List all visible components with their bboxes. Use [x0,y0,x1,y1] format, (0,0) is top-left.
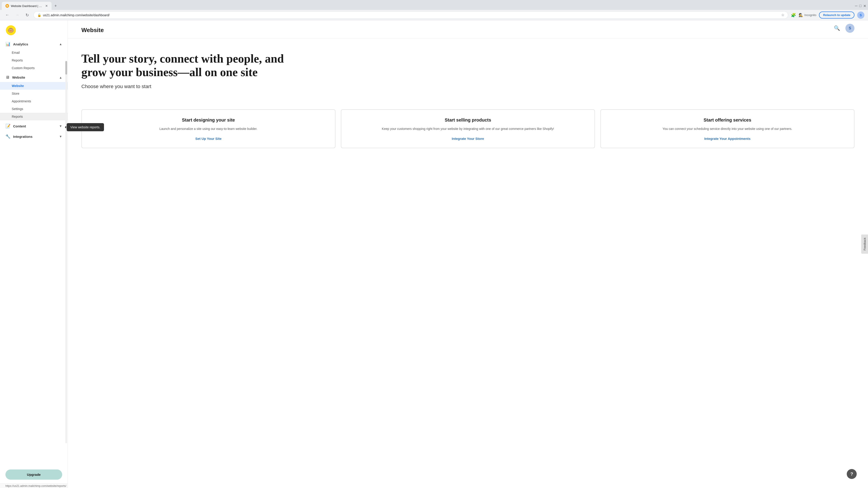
integrations-icon: 🔧 [5,134,10,139]
top-header-actions: 🔍 S [834,24,855,33]
status-url: https://us21.admin.mailchimp.com/website… [5,484,66,488]
card-services-title: Start offering services [704,117,751,123]
card-design-desc: Launch and personalize a site using our … [159,127,257,131]
analytics-section-header[interactable]: 📊 Analytics ▲ [0,39,68,49]
card-design-link[interactable]: Set Up Your Site [195,137,221,140]
sidebar-item-store[interactable]: Store [0,90,68,97]
card-design-title: Start designing your site [182,117,235,123]
tab-bar: M Website Dashboard | Mailchimp ✕ + ─ □ … [0,0,868,10]
maximize-button[interactable]: □ [859,4,862,8]
scrollbar-thumb[interactable] [65,61,67,74]
card-design-site: Start designing your site Launch and per… [81,109,336,148]
integrations-section-header[interactable]: 🔧 Integrations ▼ [0,132,68,141]
nav-section-analytics: 📊 Analytics ▲ Email Reports Custom Repor… [0,39,68,72]
card-sell-products: Start selling products Keep your custome… [341,109,595,148]
sidebar-item-email[interactable]: Email [0,49,68,57]
website-sub-label: Website [12,84,24,88]
incognito-indicator: 🕵️ Incognito [799,13,816,17]
nav-section-content: 📝 Content ▼ [0,121,68,131]
feedback-tab[interactable]: Feedback [861,234,868,254]
analytics-label: Analytics [13,42,56,46]
card-sell-title: Start selling products [445,117,491,123]
reload-button[interactable]: ↻ [24,11,31,19]
website-section-label: Website [12,75,56,79]
mailchimp-logo[interactable]: 🐵 [5,25,16,36]
extensions-icon[interactable]: 🧩 [791,13,796,18]
app-container: 🐵 📊 Analytics ▲ Email Reports [0,20,868,488]
content-label: Content [13,124,56,128]
status-bar: https://us21.admin.mailchimp.com/website… [0,483,68,488]
sidebar: 🐵 📊 Analytics ▲ Email Reports [0,20,68,488]
website-reports-label: Reports [12,115,23,119]
cards-container: Start designing your site Launch and per… [68,109,868,148]
content-chevron-icon: ▼ [59,124,62,128]
website-chevron-icon: ▲ [59,76,62,79]
profile-avatar[interactable]: S [857,11,864,19]
content-icon: 📝 [5,124,10,129]
website-icon: 🖥 [5,75,9,80]
custom-reports-label: Custom Reports [12,66,35,70]
card-services-link[interactable]: Integrate Your Appointments [704,137,751,140]
search-icon[interactable]: 🔍 [834,25,840,31]
close-button[interactable]: ✕ [863,4,866,8]
browser-chrome: M Website Dashboard | Mailchimp ✕ + ─ □ … [0,0,868,20]
sidebar-item-website-reports[interactable]: Reports [0,113,68,121]
analytics-icon: 📊 [5,41,10,46]
card-sell-desc: Keep your customers shopping right from … [382,127,554,131]
sidebar-item-settings[interactable]: Settings [0,105,68,113]
sidebar-header: 🐵 [0,20,68,39]
analytics-subitems: Email Reports Custom Reports [0,49,68,72]
appointments-label: Appointments [12,99,31,103]
minimize-button[interactable]: ─ [855,4,857,8]
card-offer-services: Start offering services You can connect … [600,109,855,148]
tab-close-button[interactable]: ✕ [45,4,48,8]
hero-title: Tell your story, connect with people, an… [81,52,285,79]
nav-section-integrations: 🔧 Integrations ▼ [0,132,68,141]
sidebar-item-appointments[interactable]: Appointments [0,97,68,105]
upgrade-button[interactable]: Upgrade [5,469,62,480]
settings-label: Settings [12,107,23,111]
card-services-desc: You can connect your scheduling service … [662,127,792,131]
hero-subtitle: Choose where you want to start [81,84,855,90]
hero-section: Tell your story, connect with people, an… [68,38,868,109]
integrations-chevron-icon: ▼ [59,135,62,138]
scrollbar-track [65,61,67,443]
tab-label: Website Dashboard | Mailchimp [11,4,42,8]
analytics-chevron-icon: ▲ [59,42,62,46]
user-avatar[interactable]: S [845,24,855,33]
incognito-label: Incognito [804,13,816,17]
upgrade-button-container: Upgrade [0,466,68,483]
website-subitems: Website Store Appointments Settings Repo… [0,82,68,121]
main-content: 🔍 S Website Tell your story, connect wit… [68,20,868,488]
new-tab-button[interactable]: + [53,3,59,9]
email-label: Email [12,51,20,55]
incognito-icon: 🕵️ [799,13,803,17]
reports-label: Reports [12,59,23,62]
relaunch-button[interactable]: Relaunch to update [819,11,855,19]
active-tab[interactable]: M Website Dashboard | Mailchimp ✕ [2,2,52,10]
page-header: Website [68,20,868,38]
help-button[interactable]: ? [847,469,857,479]
logo-emoji: 🐵 [7,27,14,33]
url-text: us21.admin.mailchimp.com/website/dashboa… [43,13,110,17]
website-section-header[interactable]: 🖥 Website ▲ [0,73,68,82]
sidebar-item-website[interactable]: Website [0,82,68,90]
sidebar-item-reports[interactable]: Reports [0,57,68,64]
card-sell-link[interactable]: Integrate Your Store [452,137,484,140]
logo-icon: 🐵 [6,25,16,35]
nav-section-website: 🖥 Website ▲ Website Store Appointments [0,73,68,121]
address-bar[interactable]: 🔒 us21.admin.mailchimp.com/website/dashb… [33,11,788,19]
page-title: Website [81,27,855,34]
sidebar-content: 📊 Analytics ▲ Email Reports Custom Repor… [0,39,68,466]
store-label: Store [12,92,19,95]
address-bar-row: ← → ↻ 🔒 us21.admin.mailchimp.com/website… [0,10,868,20]
back-button[interactable]: ← [4,11,11,19]
lock-icon: 🔒 [37,13,41,17]
forward-button[interactable]: → [13,11,21,19]
content-section-header[interactable]: 📝 Content ▼ [0,121,68,131]
tab-favicon: M [5,4,9,8]
sidebar-item-custom-reports[interactable]: Custom Reports [0,64,68,72]
integrations-label: Integrations [13,135,56,138]
window-controls: ─ □ ✕ [855,4,866,8]
bookmark-icon[interactable]: ☆ [781,13,784,17]
